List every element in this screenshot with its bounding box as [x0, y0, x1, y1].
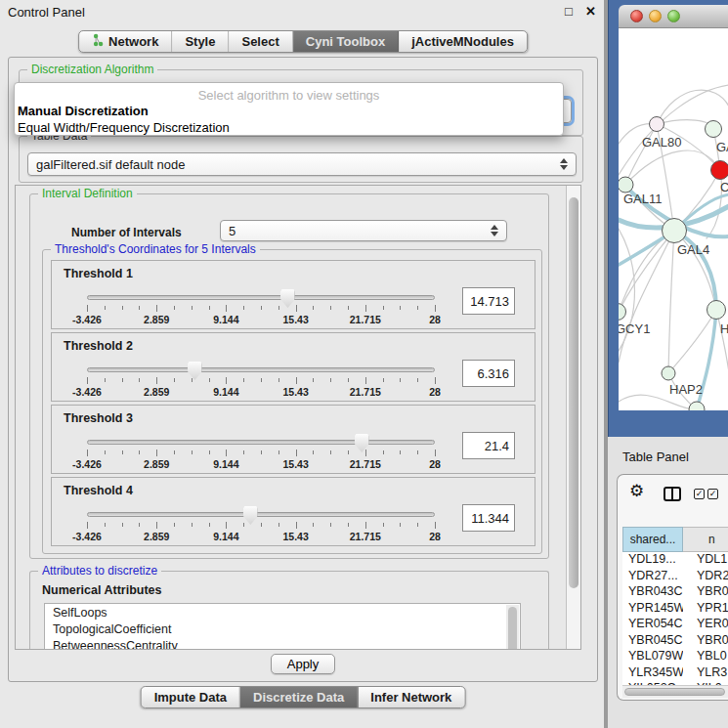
cell[interactable]: YBR0 [683, 633, 728, 650]
number-of-intervals-combobox[interactable]: 5 [220, 220, 507, 241]
cell[interactable]: YBR0 [683, 584, 728, 601]
cell[interactable]: YDL1 [683, 552, 728, 569]
slider-ticks [87, 377, 435, 385]
cell[interactable]: YBL079W [622, 649, 683, 665]
scrollbar-thumb[interactable] [508, 607, 517, 649]
column-header-name[interactable]: n [683, 527, 728, 552]
checkbox-icon[interactable]: ✓ [707, 489, 718, 499]
table-horizontal-scrollbar[interactable] [622, 685, 728, 698]
threshold-2-value-field[interactable]: 6.316 [462, 360, 515, 387]
numerical-attributes-list: SelfLoops TopologicalCoefficient Between… [44, 603, 521, 649]
network-node[interactable] [706, 121, 722, 138]
network-node-label: C [720, 180, 728, 194]
tick-label: 15.43 [282, 386, 308, 398]
checkbox-icon[interactable]: ✓ [694, 489, 705, 499]
table-data-combobox[interactable]: galFiltered.sif default node [27, 152, 577, 176]
tab-jactivemnodules[interactable]: jActiveMNodules [399, 31, 527, 52]
popup-option-equal-width-frequency[interactable]: Equal Width/Frequency Discretization [18, 120, 230, 135]
float-window-icon[interactable]: □ [565, 4, 573, 19]
threshold-1-value-field[interactable]: 14.713 [462, 287, 515, 315]
cell[interactable]: YPR145W [622, 601, 683, 618]
tab-discretize-data-label: Discretize Data [253, 690, 344, 705]
table-row[interactable]: YDL19...YDL1 [622, 552, 728, 569]
tab-jactivemnodules-label: jActiveMNodules [411, 34, 514, 49]
list-item[interactable]: SelfLoops [45, 604, 520, 621]
tab-style[interactable]: Style [172, 31, 229, 52]
cell[interactable]: YLR345W [622, 665, 683, 682]
tab-network[interactable]: Network [79, 31, 172, 52]
tick-label: 21.715 [350, 531, 381, 542]
network-node-label: GAL4 [677, 242, 709, 257]
network-node-label: GA [716, 140, 728, 154]
tick-label: -3.426 [72, 314, 102, 325]
threshold-3-value-field[interactable]: 21.4 [462, 432, 515, 459]
slider-ticks [87, 450, 435, 457]
network-node[interactable] [711, 161, 728, 180]
table-row[interactable]: YER054CYER0 [622, 617, 728, 633]
gear-icon[interactable]: ⚙ [629, 483, 644, 500]
network-node[interactable] [619, 177, 633, 193]
apply-button[interactable]: Apply [271, 654, 335, 674]
slider-track[interactable] [87, 367, 435, 372]
slider-track[interactable] [87, 295, 435, 300]
cell[interactable]: YPR1 [683, 601, 728, 618]
threshold-3-slider[interactable]: -3.426 2.859 9.144 15.43 21.715 28 [87, 433, 435, 472]
network-node[interactable] [619, 304, 626, 321]
tick-label: 2.859 [144, 531, 169, 542]
network-node[interactable] [663, 219, 687, 243]
cell[interactable]: YER054C [622, 617, 683, 633]
table-row[interactable]: YBR045CYBR0 [622, 633, 728, 650]
table-row[interactable]: YPR145WYPR1 [622, 601, 728, 618]
threshold-1-box: Threshold 1 -3.426 2.859 9.144 15.43 21.… [51, 260, 535, 329]
table-row[interactable]: YDR27...YDR2 [622, 569, 728, 585]
table-row[interactable]: YBL079WYBL0 [622, 649, 728, 665]
tab-discretize-data[interactable]: Discretize Data [240, 687, 358, 707]
settings-scrollbar[interactable] [566, 186, 580, 649]
cell[interactable]: YBR043C [622, 584, 683, 601]
table-row[interactable]: YLR345WYLR3 [622, 665, 728, 682]
threshold-2-slider[interactable]: -3.426 2.859 9.144 15.43 21.715 28 [87, 361, 435, 400]
tab-network-label: Network [108, 34, 158, 49]
network-window-titlebar[interactable] [619, 5, 728, 28]
zoom-traffic-light-icon[interactable] [667, 10, 680, 22]
network-node[interactable] [707, 301, 726, 320]
list-item[interactable]: TopologicalCoefficient [45, 621, 520, 637]
cell[interactable]: YLR3 [683, 665, 728, 682]
tab-infer-network[interactable]: Infer Network [358, 687, 464, 707]
threshold-4-value-field[interactable]: 11.344 [462, 504, 515, 532]
cell[interactable]: YDR2 [683, 569, 728, 585]
threshold-1-slider[interactable]: -3.426 2.859 9.144 15.43 21.715 28 [87, 288, 435, 327]
cell[interactable]: YDL19... [622, 552, 683, 569]
tab-select[interactable]: Select [229, 31, 292, 52]
tab-impute-data[interactable]: Impute Data [142, 687, 240, 707]
close-icon[interactable]: ✕ [585, 4, 596, 19]
popup-option-manual-discretization[interactable]: Manual Discretization [18, 104, 149, 118]
scrollbar-thumb[interactable] [569, 197, 578, 588]
cell[interactable]: YBR045C [622, 633, 683, 650]
cell[interactable]: YDR27... [622, 569, 683, 585]
list-item[interactable]: BetweennessCentrality [45, 637, 520, 649]
tab-cyni-toolbox[interactable]: Cyni Toolbox [293, 31, 399, 52]
tick-label: 9.144 [213, 458, 238, 470]
slider-track[interactable] [87, 440, 435, 445]
threshold-4-slider[interactable]: -3.426 2.859 9.144 15.43 21.715 28 [87, 505, 435, 544]
table-row[interactable]: YBR043CYBR0 [622, 584, 728, 601]
tick-label: 28 [429, 386, 441, 398]
network-canvas[interactable]: GAL80GACGAL11GAL4GCY1HHAP2 [619, 28, 728, 410]
columns-icon[interactable] [664, 487, 681, 501]
cell[interactable]: YER0 [683, 617, 728, 633]
network-node[interactable] [662, 366, 675, 380]
cell[interactable]: YBL0 [683, 649, 728, 665]
network-node[interactable] [689, 402, 705, 410]
slider-tick-labels: -3.426 2.859 9.144 15.43 21.715 28 [87, 386, 435, 398]
network-node[interactable] [650, 117, 664, 132]
tick-label: -3.426 [72, 386, 102, 398]
list-scrollbar[interactable] [506, 605, 519, 649]
minimize-traffic-light-icon[interactable] [649, 10, 662, 22]
slider-track[interactable] [87, 512, 435, 517]
scrollbar-thumb[interactable] [624, 688, 725, 696]
slider-ticks [87, 305, 435, 313]
column-header-shared[interactable]: shared... [622, 527, 683, 552]
close-traffic-light-icon[interactable] [630, 10, 643, 22]
algorithm-dropdown-popup: Select algorithm to view settings Manual… [14, 82, 564, 136]
